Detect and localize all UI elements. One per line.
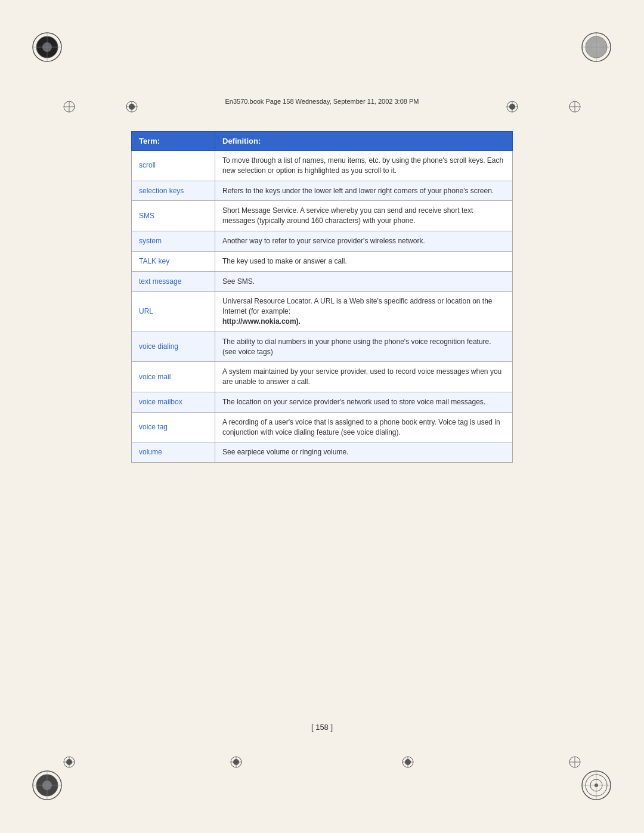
url-example: http://www.nokia.com). [222,317,301,326]
def-system: Another way to refer to your service pro… [215,231,513,251]
term-scroll: scroll [132,151,215,181]
def-scroll: To move through a list of names, menu it… [215,151,513,181]
table-row: system Another way to refer to your serv… [132,231,513,251]
table-header-term: Term: [132,132,215,151]
term-voice-tag: voice tag [132,412,215,442]
table-row: volume See earpiece volume or ringing vo… [132,442,513,463]
corner-decoration-bl [31,769,64,802]
def-voice-tag: A recording of a user's voice that is as… [215,412,513,442]
term-volume: volume [132,442,215,463]
table-row: scroll To move through a list of names, … [132,151,513,181]
reg-mark-bot-center-right [401,755,414,769]
def-selection-keys: Refers to the keys under the lower left … [215,181,513,201]
def-voice-mailbox: The location on your service provider's … [215,392,513,412]
corner-decoration-br [580,769,613,802]
term-voice-dialing: voice dialing [132,332,215,362]
table-row: TALK key The key used to make or answer … [132,251,513,271]
corner-decoration-tl [31,31,64,64]
term-voice-mail: voice mail [132,362,215,392]
table-row: selection keys Refers to the keys under … [132,181,513,201]
def-sms: Short Message Service. A service whereby… [215,201,513,231]
header-text: En3570.book Page 158 Wednesday, Septembe… [0,98,644,105]
content-area: Term: Definition: scroll To move through… [131,131,513,463]
term-talk-key: TALK key [132,251,215,271]
def-volume: See earpiece volume or ringing volume. [215,442,513,463]
term-url: URL [132,292,215,332]
table-row: voice tag A recording of a user's voice … [132,412,513,442]
table-header-definition: Definition: [215,132,513,151]
table-row: SMS Short Message Service. A service whe… [132,201,513,231]
def-text-message: See SMS. [215,271,513,292]
table-row: text message See SMS. [132,271,513,292]
reg-mark-bot-right [568,755,581,769]
term-system: system [132,231,215,251]
term-voice-mailbox: voice mailbox [132,392,215,412]
reg-mark-bot-center-left [230,755,243,769]
corner-decoration-tr [580,31,613,64]
def-url: Universal Resource Locator. A URL is a W… [215,292,513,332]
glossary-table: Term: Definition: scroll To move through… [131,131,513,463]
def-voice-mail: A system maintained by your service prov… [215,362,513,392]
def-voice-dialing: The ability to dial numbers in your phon… [215,332,513,362]
table-row: voice mail A system maintained by your s… [132,362,513,392]
page: En3570.book Page 158 Wednesday, Septembe… [0,0,644,833]
reg-mark-bot-left [63,755,76,769]
def-talk-key: The key used to make or answer a call. [215,251,513,271]
term-selection-keys: selection keys [132,181,215,201]
page-number: [ 158 ] [0,723,644,732]
table-row: URL Universal Resource Locator. A URL is… [132,292,513,332]
term-text-message: text message [132,271,215,292]
term-sms: SMS [132,201,215,231]
table-row: voice dialing The ability to dial number… [132,332,513,362]
table-row: voice mailbox The location on your servi… [132,392,513,412]
